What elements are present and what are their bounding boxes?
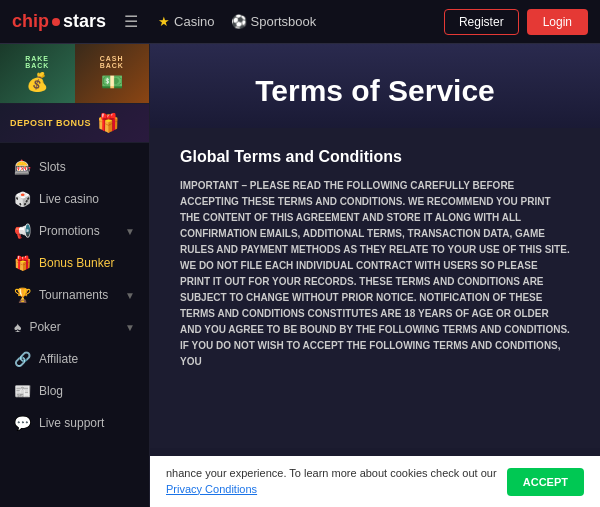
cookie-banner: nhance your experience. To learn more ab… [150, 456, 600, 507]
logo-stars: stars [63, 11, 106, 32]
promotions-icon: 📢 [14, 223, 31, 239]
sidebar-item-poker[interactable]: ♠ Poker ▼ [0, 311, 149, 343]
cashback-icon: 💵 [101, 71, 123, 93]
sidebar-item-promotions-label: Promotions [39, 224, 100, 238]
sidebar-item-blog[interactable]: 📰 Blog [0, 375, 149, 407]
star-icon: ★ [158, 14, 170, 29]
main-layout: RAKEBACK 💰 CASHBACK 💵 DEPOSIT BONUS 🎁 🎰 … [0, 44, 600, 507]
logo: chipstars [12, 11, 106, 32]
cookie-privacy-link[interactable]: Privacy Conditions [166, 483, 257, 495]
sidebar-item-live-support[interactable]: 💬 Live support [0, 407, 149, 439]
menu-icon[interactable]: ☰ [124, 12, 138, 31]
deposit-bonus-banner[interactable]: DEPOSIT BONUS 🎁 [0, 104, 149, 143]
content-area: Terms of Service Global Terms and Condit… [150, 44, 600, 507]
login-button[interactable]: Login [527, 9, 588, 35]
logo-dot [52, 18, 60, 26]
terms-section-title: Global Terms and Conditions [180, 148, 570, 166]
poker-icon: ♠ [14, 319, 21, 335]
nav-casino[interactable]: ★ Casino [158, 14, 214, 29]
live-support-icon: 💬 [14, 415, 31, 431]
live-casino-icon: 🎲 [14, 191, 31, 207]
register-button[interactable]: Register [444, 9, 519, 35]
logo-chip: chip [12, 11, 49, 32]
nav-sportsbook-label: Sportsbook [251, 14, 317, 29]
sidebar-item-slots[interactable]: 🎰 Slots [0, 151, 149, 183]
sidebar-item-slots-label: Slots [39, 160, 66, 174]
bonus-bunker-icon: 🎁 [14, 255, 31, 271]
nav-sportsbook[interactable]: ⚽ Sportsbook [231, 14, 317, 29]
promo-banners: RAKEBACK 💰 CASHBACK 💵 [0, 44, 149, 104]
promo-cashback-banner[interactable]: CASHBACK 💵 [75, 44, 150, 103]
sidebar-item-tournaments[interactable]: 🏆 Tournaments ▼ [0, 279, 149, 311]
slots-icon: 🎰 [14, 159, 31, 175]
cookie-text-content: nhance your experience. To learn more ab… [166, 467, 497, 479]
sidebar-item-promotions[interactable]: 📢 Promotions ▼ [0, 215, 149, 247]
sport-icon: ⚽ [231, 14, 247, 29]
cookie-text: nhance your experience. To learn more ab… [166, 466, 497, 497]
sidebar-item-live-casino-label: Live casino [39, 192, 99, 206]
sidebar-item-bonus-bunker-label: Bonus Bunker [39, 256, 114, 270]
blog-icon: 📰 [14, 383, 31, 399]
deposit-bonus-label: DEPOSIT BONUS [10, 118, 91, 128]
sidebar-nav: 🎰 Slots 🎲 Live casino 📢 Promotions ▼ 🎁 B… [0, 143, 149, 447]
terms-title: Terms of Service [190, 74, 560, 108]
rakeback-label: RAKEBACK [25, 55, 49, 69]
sidebar-item-poker-label: Poker [29, 320, 60, 334]
terms-body-text: IMPORTANT – PLEASE READ THE FOLLOWING CA… [180, 178, 570, 370]
tournaments-icon: 🏆 [14, 287, 31, 303]
cashback-label: CASHBACK [100, 55, 124, 69]
sidebar-item-live-support-label: Live support [39, 416, 104, 430]
tournaments-chevron-icon: ▼ [125, 290, 135, 301]
sidebar-item-affiliate[interactable]: 🔗 Affiliate [0, 343, 149, 375]
sidebar: RAKEBACK 💰 CASHBACK 💵 DEPOSIT BONUS 🎁 🎰 … [0, 44, 150, 507]
promotions-chevron-icon: ▼ [125, 226, 135, 237]
sidebar-item-live-casino[interactable]: 🎲 Live casino [0, 183, 149, 215]
header: chipstars ☰ ★ Casino ⚽ Sportsbook Regist… [0, 0, 600, 44]
sidebar-item-bonus-bunker[interactable]: 🎁 Bonus Bunker [0, 247, 149, 279]
accept-cookie-button[interactable]: ACCEPT [507, 468, 584, 496]
header-buttons: Register Login [444, 9, 588, 35]
nav-links: ★ Casino ⚽ Sportsbook [158, 14, 316, 29]
terms-header: Terms of Service [150, 44, 600, 128]
terms-content: Global Terms and Conditions IMPORTANT – … [150, 128, 600, 448]
promo-rakeback-banner[interactable]: RAKEBACK 💰 [0, 44, 75, 103]
sidebar-item-blog-label: Blog [39, 384, 63, 398]
rakeback-icon: 💰 [26, 71, 48, 93]
deposit-bonus-icon: 🎁 [97, 112, 119, 134]
sidebar-item-affiliate-label: Affiliate [39, 352, 78, 366]
poker-chevron-icon: ▼ [125, 322, 135, 333]
sidebar-item-tournaments-label: Tournaments [39, 288, 108, 302]
affiliate-icon: 🔗 [14, 351, 31, 367]
nav-casino-label: Casino [174, 14, 214, 29]
